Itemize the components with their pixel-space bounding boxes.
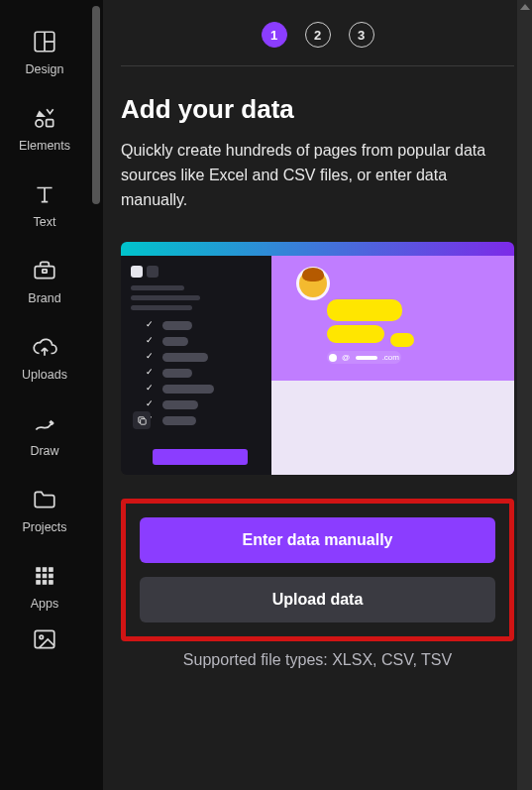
sidebar-item-design[interactable]: Design [5, 14, 84, 90]
sidebar-item-label: Elements [19, 139, 70, 153]
layout-icon [32, 28, 57, 56]
svg-rect-13 [37, 581, 41, 585]
svg-rect-9 [50, 568, 53, 572]
svg-rect-4 [47, 120, 53, 127]
svg-rect-7 [37, 568, 41, 572]
svg-rect-16 [35, 630, 54, 647]
image-icon [32, 626, 57, 656]
svg-rect-6 [43, 270, 47, 273]
email-chip-illustration: @ .com [327, 351, 401, 364]
sidebar-item-label: Uploads [22, 368, 67, 382]
apps-grid-icon [34, 562, 55, 590]
sidebar-item-label: Draw [30, 444, 58, 458]
sidebar-item-label: Brand [28, 291, 60, 305]
text-icon [32, 180, 57, 208]
draw-icon [32, 409, 57, 437]
svg-rect-12 [50, 574, 53, 578]
svg-rect-14 [43, 581, 47, 585]
panel-scrollbar[interactable] [517, 0, 532, 790]
svg-rect-15 [50, 581, 53, 585]
sidebar-item-label: Text [34, 215, 56, 229]
stepper-divider [121, 65, 514, 66]
copy-icon [133, 411, 151, 429]
sidebar-item-draw[interactable]: Draw [5, 395, 84, 472]
bulk-create-panel: 1 2 3 Add your data Quickly create hundr… [103, 0, 532, 790]
page-title: Add your data [121, 94, 514, 125]
sidebar-item-elements[interactable]: Elements [5, 90, 84, 167]
sidebar-item-label: Apps [31, 597, 59, 611]
svg-rect-10 [37, 574, 41, 578]
scroll-up-arrow-icon [520, 4, 530, 10]
illustration: @ .com [121, 242, 514, 475]
page-description: Quickly create hundreds of pages from po… [121, 139, 514, 212]
step-1[interactable]: 1 [262, 22, 287, 48]
svg-point-17 [40, 635, 43, 638]
shapes-icon [32, 104, 57, 132]
svg-rect-18 [140, 419, 146, 425]
sidebar-item-text[interactable]: Text [5, 167, 84, 243]
svg-rect-8 [43, 568, 47, 572]
upload-data-button[interactable]: Upload data [140, 577, 495, 622]
sidebar-item-label: Design [26, 62, 64, 76]
sidebar-item-photos-partial[interactable] [5, 626, 84, 656]
sidebar-item-apps[interactable]: Apps [5, 548, 84, 624]
highlighted-actions: Enter data manually Upload data [121, 499, 514, 641]
step-2[interactable]: 2 [305, 22, 331, 48]
supported-file-types: Supported file types: XLSX, CSV, TSV [121, 651, 514, 669]
stepper: 1 2 3 [121, 22, 514, 48]
sidebar-item-label: Projects [22, 520, 66, 534]
sidebar: Design Elements Text Brand Uploads [0, 0, 89, 790]
sidebar-scrollbar[interactable] [89, 0, 103, 790]
cloud-upload-icon [32, 333, 57, 361]
sidebar-item-uploads[interactable]: Uploads [5, 319, 84, 395]
sidebar-item-projects[interactable]: Projects [5, 472, 84, 548]
folder-icon [32, 486, 57, 513]
enter-data-manually-button[interactable]: Enter data manually [140, 517, 495, 563]
briefcase-icon [32, 257, 57, 284]
avatar-illustration [299, 270, 327, 297]
sidebar-item-brand[interactable]: Brand [5, 243, 84, 319]
step-3[interactable]: 3 [349, 22, 374, 48]
svg-point-3 [36, 120, 43, 127]
svg-rect-11 [43, 574, 47, 578]
